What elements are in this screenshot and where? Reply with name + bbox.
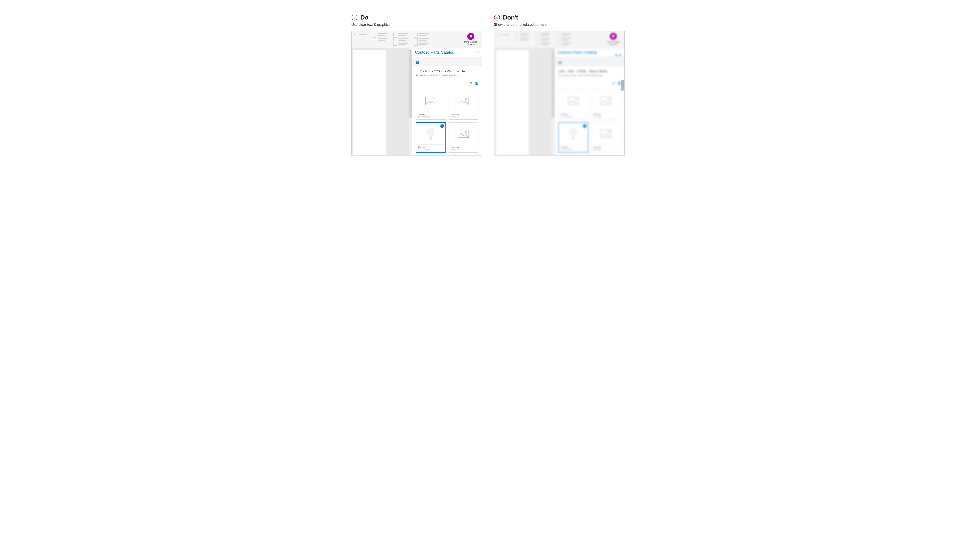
svg-rect-18 xyxy=(568,97,579,105)
hamburger-menu-icon[interactable] xyxy=(558,62,562,64)
product-meta: Contoso85w Equal xyxy=(591,145,621,152)
product-meta: Contoso85w Equal xyxy=(449,145,479,152)
product-meta: Contoso60 - 65w Equal xyxy=(559,112,588,119)
task-pane: Contoso Parts Catalog ▼ LED - R30 - 2700… xyxy=(412,48,482,155)
task-pane-title: Contoso Parts Catalog xyxy=(415,50,454,55)
product-card[interactable]: Contoso85w Equal xyxy=(449,90,479,120)
list-view-icon[interactable] xyxy=(469,82,472,85)
app-body: ▲ Contoso Parts Catalog ▼ xyxy=(352,48,482,155)
product-card[interactable]: Contoso60 - 65w Equal xyxy=(416,90,446,120)
dont-subtext: Show blurred or pixelated content. xyxy=(494,23,625,27)
svg-point-12 xyxy=(465,131,467,133)
hamburger-menu-icon[interactable] xyxy=(416,62,419,64)
placeholder-image-icon xyxy=(559,90,588,112)
svg-point-21 xyxy=(608,98,609,100)
product-card[interactable]: Contoso60 - 65w Equal xyxy=(416,122,446,153)
selected-check-icon xyxy=(440,124,444,128)
task-pane-title: Contoso Parts Catalog xyxy=(557,50,597,55)
scrollbar-thumb[interactable] xyxy=(552,52,554,118)
filter-heading: LED - R30 - 2700K - Warm White xyxy=(416,70,479,73)
svg-point-8 xyxy=(465,98,467,100)
placeholder-image-icon xyxy=(591,90,621,112)
product-brand: Contoso xyxy=(593,113,619,115)
product-meta: Contoso60 - 65w Equal xyxy=(416,112,445,119)
comparison-container: Do Use clear text & graphics. xyxy=(351,8,625,155)
placeholder-image-icon xyxy=(416,90,445,112)
svg-rect-11 xyxy=(458,130,469,138)
svg-rect-2 xyxy=(477,82,478,83)
svg-rect-23 xyxy=(572,138,574,140)
product-spec: 85w Equal xyxy=(593,149,619,151)
svg-point-22 xyxy=(570,128,577,136)
task-pane-title-bar: Contoso Parts Catalog ▾ ✕ xyxy=(555,48,624,57)
svg-rect-16 xyxy=(618,84,619,85)
svg-point-9 xyxy=(427,128,434,136)
task-pane: Contoso Parts Catalog ▾ ✕ LED - R30 - 27… xyxy=(555,48,624,155)
lightbulb-icon xyxy=(610,33,617,40)
product-meta: Contoso85w Equal xyxy=(591,112,621,119)
svg-point-6 xyxy=(433,98,434,100)
grid-view-icon[interactable] xyxy=(475,82,479,85)
scrollbar-track[interactable] xyxy=(551,52,555,155)
product-card[interactable]: Contoso60 - 65w Equal xyxy=(558,122,588,153)
product-spec: 85w Equal xyxy=(451,116,477,118)
product-brand: Contoso xyxy=(561,113,586,115)
app-frame-dont: Parts Catalog Contoso ▲ xyxy=(494,31,624,155)
task-pane-title-bar: Contoso Parts Catalog ▼ xyxy=(412,48,482,57)
view-toolbar xyxy=(412,80,482,87)
svg-rect-7 xyxy=(458,97,469,105)
selected-check-icon xyxy=(583,124,586,128)
dont-heading: Don't xyxy=(503,14,518,21)
ribbon-addin-button[interactable]: Parts Catalog Contoso xyxy=(605,33,622,46)
product-brand: Contoso xyxy=(418,113,444,115)
svg-point-25 xyxy=(608,131,609,133)
product-card[interactable]: Contoso60 - 65w Equal xyxy=(558,90,588,120)
placeholder-image-icon xyxy=(449,123,479,145)
scrollbar-thumb[interactable] xyxy=(409,52,412,118)
grid-view-icon[interactable] xyxy=(618,82,621,85)
product-spec: 60 - 65w Equal xyxy=(561,116,586,118)
dont-column: Don't Show blurred or pixelated content. xyxy=(494,8,625,155)
product-card[interactable]: Contoso85w Equal xyxy=(591,122,621,153)
svg-rect-3 xyxy=(476,84,477,85)
pane-controls[interactable]: ▾ ✕ xyxy=(615,53,622,58)
list-view-icon[interactable] xyxy=(612,82,615,85)
product-brand: Contoso xyxy=(561,146,586,148)
svg-rect-5 xyxy=(425,97,436,105)
do-column: Do Use clear text & graphics. xyxy=(351,8,482,155)
svg-rect-15 xyxy=(620,82,621,83)
product-card[interactable]: Contoso85w Equal xyxy=(591,90,621,120)
do-subtext: Use clear text & graphics. xyxy=(351,23,482,27)
placeholder-image-icon xyxy=(449,90,479,112)
result-count: 16 results in LED - R30 - 60-65 Watt Equ… xyxy=(416,74,479,77)
app-frame-do: Parts Catalog Contoso ▲ xyxy=(352,31,482,155)
product-card[interactable]: Contoso85w Equal xyxy=(449,122,479,153)
app-body: ▲ Contoso Parts Catalog ▾ ✕ xyxy=(494,48,624,155)
scrollbar-thumb[interactable] xyxy=(621,80,624,90)
dont-example: Parts Catalog Contoso ▲ xyxy=(494,31,625,155)
product-meta: Contoso60 - 65w Equal xyxy=(416,144,445,152)
task-pane-heading: LED - R30 - 2700K - Warm White 16 result… xyxy=(412,66,482,80)
product-grid: Contoso60 - 65w EqualContoso85w EqualCon… xyxy=(555,87,624,155)
canvas-gutter: ▲ xyxy=(387,48,412,155)
document-page[interactable] xyxy=(353,50,387,155)
scrollbar-track[interactable] xyxy=(409,52,412,155)
product-grid: Contoso60 - 65w EqualContoso85w EqualCon… xyxy=(412,87,482,155)
do-example: Parts Catalog Contoso ▲ xyxy=(351,31,482,155)
svg-rect-4 xyxy=(477,84,478,85)
product-spec: 60 - 65w Equal xyxy=(418,116,444,118)
placeholder-image-icon xyxy=(591,123,621,145)
svg-rect-1 xyxy=(476,82,477,83)
document-page[interactable] xyxy=(496,50,529,155)
lightbulb-icon xyxy=(467,33,474,40)
scroll-up-button[interactable]: ▲ xyxy=(409,48,412,52)
svg-point-0 xyxy=(352,15,357,20)
dropdown-icon[interactable]: ▼ xyxy=(477,51,479,53)
scroll-up-button[interactable]: ▲ xyxy=(551,48,555,52)
product-meta: Contoso85w Equal xyxy=(449,112,479,119)
svg-rect-14 xyxy=(618,82,619,83)
ribbon-addin-button[interactable]: Parts Catalog Contoso xyxy=(462,33,479,46)
product-brand: Contoso xyxy=(451,146,477,148)
x-circle-icon xyxy=(494,15,500,21)
svg-rect-24 xyxy=(601,130,611,138)
